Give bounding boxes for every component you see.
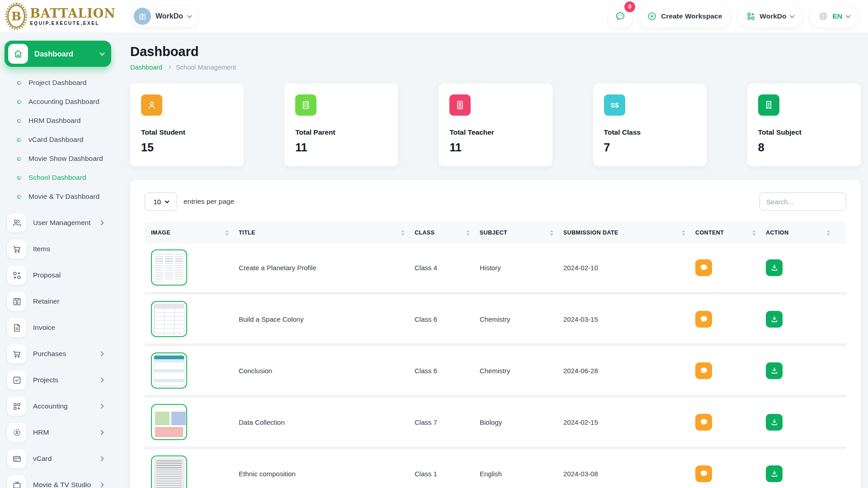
assignment-thumbnail[interactable] [151, 352, 187, 389]
sidebar-item-label: Movie & TV Studio [33, 481, 91, 488]
assignment-title: Conclusion [239, 367, 415, 375]
cart-icon [7, 344, 26, 363]
sort-icon[interactable] [401, 230, 405, 236]
content-comment-button[interactable] [695, 362, 712, 379]
sort-icon[interactable] [466, 230, 470, 236]
sidebar-item[interactable]: Projects [5, 367, 111, 393]
sidebar-subitem[interactable]: HRM Dashboard [5, 111, 111, 130]
bullet-icon [17, 80, 22, 85]
download-button[interactable] [766, 311, 783, 328]
create-workspace-button[interactable]: Create Workspace [638, 5, 731, 28]
column-header[interactable]: CONTENT [695, 230, 766, 236]
projects-icon [7, 371, 26, 389]
teacher-icon [449, 94, 471, 116]
column-header[interactable]: CLASS [415, 230, 480, 236]
workdo-menu-button[interactable]: WorkDo [737, 5, 803, 28]
breadcrumb-home-link[interactable]: Dashboard [130, 64, 162, 71]
sidebar-item[interactable]: HRM [5, 419, 111, 446]
brand-tagline: EQUIP,EXECUTE,EXEL [30, 21, 116, 26]
assignment-thumbnail[interactable] [151, 455, 187, 488]
sidebar-item-label: Retainer [33, 297, 60, 305]
sort-icon[interactable] [225, 230, 229, 236]
download-button[interactable] [766, 414, 783, 431]
brand-name: BATTALION [30, 7, 116, 19]
sidebar-subitem-label: School Dashboard [28, 174, 86, 182]
sidebar-subitem[interactable]: Project Dashboard [5, 73, 111, 92]
sort-icon[interactable] [682, 230, 685, 236]
sidebar-item[interactable]: Purchases [5, 341, 111, 367]
assignment-class: Class 1 [415, 470, 480, 478]
download-button[interactable] [766, 465, 783, 482]
column-header[interactable]: TITLE [239, 230, 415, 236]
sort-icon[interactable] [826, 230, 830, 236]
sidebar-subitem-label: vCard Dashboard [28, 136, 83, 144]
assignment-thumbnail[interactable] [151, 301, 187, 337]
sidebar-subitem[interactable]: Accounting Dashboard [5, 92, 111, 111]
entries-label: entries per page [184, 197, 234, 206]
stat-label: Total Student [141, 128, 233, 136]
column-header[interactable]: SUBJECT [480, 230, 563, 236]
content-comment-button[interactable] [695, 414, 712, 431]
assignment-date: 2024-06-28 [563, 367, 695, 375]
sidebar-item-label: Dashboard [34, 50, 73, 58]
sidebar-item-label: Items [33, 245, 50, 253]
chevron-down-icon [187, 13, 192, 18]
sidebar-item-label: vCard [33, 455, 52, 463]
sidebar-item[interactable]: Items [5, 236, 111, 262]
sidebar-item-label: Invoice [33, 324, 55, 332]
comment-icon [699, 263, 708, 272]
column-header[interactable]: IMAGE [151, 230, 239, 236]
entries-per-page-select[interactable]: 10 [145, 192, 177, 211]
sort-icon[interactable] [752, 230, 756, 236]
assignment-title: Ethnic composition [239, 470, 415, 478]
bullet-icon [17, 156, 22, 161]
content-comment-button[interactable] [695, 311, 712, 328]
language-selector[interactable]: EN [809, 5, 859, 28]
assignment-thumbnail[interactable] [151, 404, 187, 440]
column-header[interactable]: ACTION [766, 230, 840, 236]
brand-emblem-icon: B [7, 5, 25, 28]
sort-icon[interactable] [550, 230, 553, 236]
globe-icon [818, 11, 828, 21]
column-label: CLASS [415, 230, 434, 236]
sidebar-subitem[interactable]: Movie & Tv Dashboard [5, 187, 111, 206]
sidebar-subitem[interactable]: School Dashboard [5, 168, 111, 187]
stat-card: Total Subject 8 [747, 84, 861, 166]
content-comment-button[interactable] [695, 259, 712, 276]
chevron-down-icon [845, 13, 850, 18]
assignment-date: 2024-02-10 [563, 264, 695, 272]
sidebar-item[interactable]: Movie & TV Studio [5, 472, 111, 488]
assignment-thumbnail[interactable] [151, 249, 187, 286]
accounting-icon [7, 397, 26, 416]
messenger-button[interactable]: 0 [609, 5, 632, 28]
assignment-title: Data Collection [239, 418, 415, 426]
sidebar-subitem[interactable]: vCard Dashboard [5, 130, 111, 149]
download-button[interactable] [766, 362, 783, 379]
chevron-right-icon [99, 404, 104, 408]
table-row: Build a Space Colony Class 6 Chemistry 2… [145, 295, 846, 346]
chevron-right-icon [99, 482, 104, 487]
column-header[interactable]: SUBMISSION DATE [563, 230, 695, 236]
sidebar-item-dashboard[interactable]: Dashboard [5, 41, 111, 67]
sidebar-menu: User Management Items Proposal Retainer [5, 210, 111, 488]
sidebar-item[interactable]: User Management [5, 210, 111, 236]
sidebar-item[interactable]: Accounting [5, 393, 111, 419]
workdo-menu-label: WorkDo [760, 12, 786, 20]
chevron-down-icon [99, 51, 104, 56]
sidebar-item[interactable]: Proposal [5, 262, 111, 288]
workspace-avatar [134, 8, 151, 25]
sidebar-subitem[interactable]: Movie Show Dashboard [5, 149, 111, 168]
sidebar-item-label: User Management [33, 219, 91, 227]
assignment-subject: Chemistry [480, 367, 563, 375]
assignment-date: 2024-03-08 [563, 470, 695, 478]
assignment-subject: Chemistry [480, 315, 563, 323]
stat-card: Total Teacher 11 [439, 84, 552, 166]
download-button[interactable] [766, 259, 783, 276]
workspace-selector[interactable]: WorkDo [131, 5, 199, 27]
sidebar-item[interactable]: vCard [5, 446, 111, 472]
sidebar-item[interactable]: Retainer [5, 288, 111, 314]
chevron-right-icon [99, 377, 104, 382]
search-input[interactable] [760, 192, 846, 211]
sidebar-item[interactable]: Invoice [5, 314, 111, 341]
content-comment-button[interactable] [695, 465, 712, 482]
